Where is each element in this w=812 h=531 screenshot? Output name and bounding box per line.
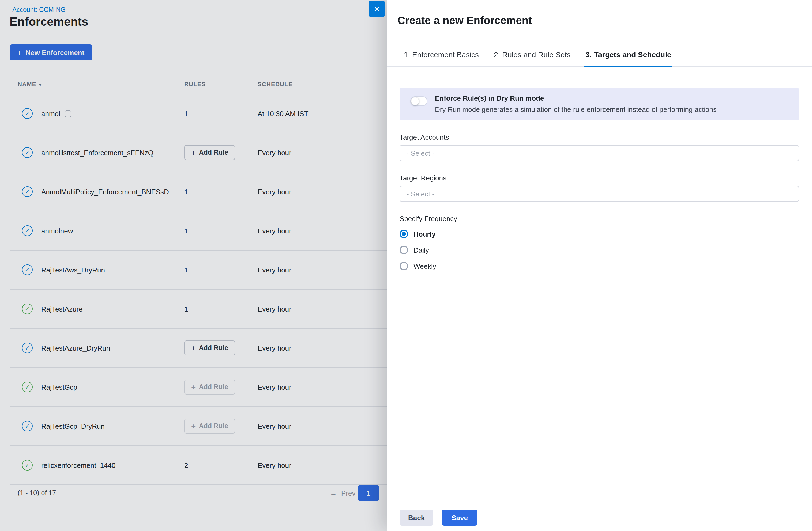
target-accounts-placeholder: - Select - <box>407 149 434 157</box>
frequency-options: HourlyDailyWeekly <box>400 229 799 271</box>
frequency-label: Specify Frequency <box>400 215 799 223</box>
back-button[interactable]: Back <box>400 510 433 526</box>
screen: Account: CCM-NG Enforcements + New Enfor… <box>0 0 812 531</box>
target-accounts-label: Target Accounts <box>400 133 799 141</box>
radio-icon[interactable] <box>400 246 408 254</box>
dry-run-title: Enforce Rule(s) in Dry Run mode <box>435 94 717 102</box>
close-drawer-button[interactable]: ✕ <box>368 1 385 17</box>
toggle-knob-icon <box>411 98 419 105</box>
radio-icon[interactable] <box>400 230 408 238</box>
frequency-option-weekly[interactable]: Weekly <box>400 261 799 271</box>
create-enforcement-drawer: Create a new Enforcement 1. Enforcement … <box>387 0 812 531</box>
radio-label: Hourly <box>414 230 435 238</box>
target-accounts-select[interactable]: - Select - <box>400 145 799 161</box>
drawer-footer: Back Save <box>400 510 478 526</box>
target-regions-placeholder: - Select - <box>407 190 434 198</box>
radio-label: Daily <box>414 246 429 254</box>
tab-2-rules-and-rule-sets[interactable]: 2. Rules and Rule Sets <box>493 50 571 67</box>
frequency-option-hourly[interactable]: Hourly <box>400 229 799 239</box>
close-icon: ✕ <box>374 4 380 13</box>
drawer-title: Create a new Enforcement <box>397 14 532 27</box>
dry-run-text: Enforce Rule(s) in Dry Run mode Dry Run … <box>435 94 717 114</box>
dry-run-description: Dry Run mode generates a simulation of t… <box>435 105 717 114</box>
dry-run-toggle[interactable] <box>410 97 427 106</box>
tab-1-enforcement-basics[interactable]: 1. Enforcement Basics <box>403 50 480 67</box>
drawer-content: Enforce Rule(s) in Dry Run mode Dry Run … <box>400 68 799 271</box>
dry-run-banner: Enforce Rule(s) in Dry Run mode Dry Run … <box>400 88 799 120</box>
radio-icon[interactable] <box>400 262 408 270</box>
radio-label: Weekly <box>414 262 436 270</box>
target-regions-label: Target Regions <box>400 174 799 182</box>
drawer-tabs: 1. Enforcement Basics2. Rules and Rule S… <box>387 50 812 67</box>
save-button[interactable]: Save <box>442 510 478 526</box>
frequency-option-daily[interactable]: Daily <box>400 245 799 255</box>
tab-3-targets-and-schedule[interactable]: 3. Targets and Schedule <box>585 50 672 67</box>
target-regions-select[interactable]: - Select - <box>400 186 799 202</box>
